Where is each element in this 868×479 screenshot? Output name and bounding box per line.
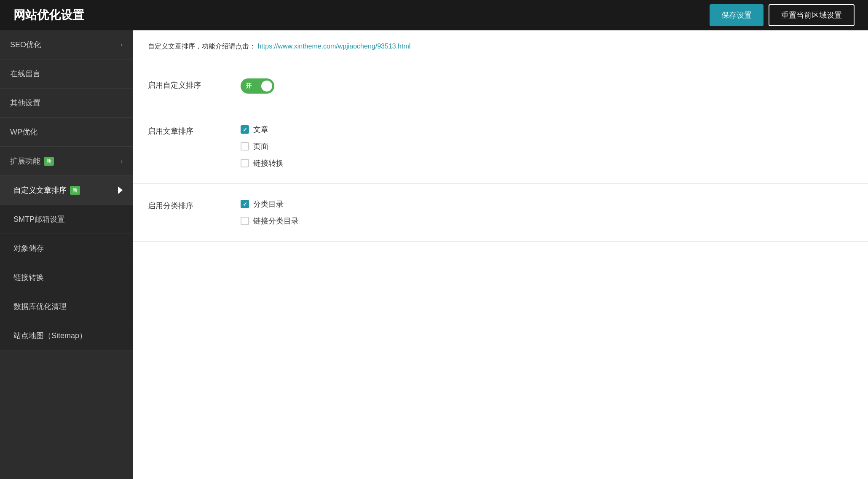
- section-content-category-sort: 分类目录链接分类目录: [241, 199, 853, 226]
- checkbox-row-link-category-dir[interactable]: 链接分类目录: [241, 216, 853, 226]
- sidebar-label-comment: 在线留言: [10, 69, 40, 79]
- sidebar-item-sitemap[interactable]: 站点地图（Sitemap）: [0, 321, 133, 350]
- section-content-article-sort: 文章页面链接转换: [241, 124, 853, 168]
- checkbox-label-article: 文章: [253, 124, 268, 135]
- layout: SEO优化›在线留言其他设置WP优化扩展功能新›自定义文章排序新SMTP邮箱设置…: [0, 30, 868, 479]
- section-article-sort: 启用文章排序文章页面链接转换: [133, 109, 868, 184]
- toggle-enable-sort[interactable]: 开: [241, 78, 274, 94]
- chevron-icon-seo: ›: [121, 41, 123, 48]
- sidebar-item-smtp[interactable]: SMTP邮箱设置: [0, 205, 133, 234]
- section-label-category-sort: 启用分类排序: [148, 199, 215, 211]
- checkbox-link-convert[interactable]: [241, 159, 249, 167]
- sidebar-label-db-clean: 数据库优化清理: [13, 301, 67, 312]
- active-indicator-custom-sort: [118, 186, 123, 194]
- checkbox-category-dir[interactable]: [241, 200, 249, 208]
- sidebar-item-other[interactable]: 其他设置: [0, 89, 133, 118]
- checkbox-label-link-category-dir: 链接分类目录: [253, 216, 299, 226]
- info-bar: 自定义文章排序，功能介绍请点击： https://www.xintheme.co…: [133, 30, 868, 63]
- section-label-enable-sort: 启用自定义排序: [148, 78, 215, 90]
- sidebar-label-smtp: SMTP邮箱设置: [13, 214, 65, 224]
- save-button[interactable]: 保存设置: [710, 4, 764, 26]
- sidebar-item-link-convert[interactable]: 链接转换: [0, 263, 133, 292]
- info-text: 自定义文章排序，功能介绍请点击：: [148, 43, 256, 50]
- reset-button[interactable]: 重置当前区域设置: [769, 4, 855, 26]
- sidebar-item-db-clean[interactable]: 数据库优化清理: [0, 292, 133, 321]
- page-title: 网站优化设置: [13, 7, 84, 23]
- sidebar-label-extend: 扩展功能: [10, 156, 40, 166]
- header: 网站优化设置 保存设置 重置当前区域设置: [0, 0, 868, 30]
- main-content: 自定义文章排序，功能介绍请点击： https://www.xintheme.co…: [133, 30, 868, 479]
- badge-new-extend: 新: [44, 157, 54, 166]
- badge-new-custom-sort: 新: [70, 186, 80, 195]
- checkbox-row-page[interactable]: 页面: [241, 141, 853, 151]
- sidebar-label-seo: SEO优化: [10, 40, 41, 50]
- sidebar-label-link-convert: 链接转换: [13, 272, 44, 283]
- checkbox-row-category-dir[interactable]: 分类目录: [241, 199, 853, 209]
- sections-container: 启用自定义排序开启用文章排序文章页面链接转换启用分类排序分类目录链接分类目录: [133, 63, 868, 242]
- info-link[interactable]: https://www.xintheme.com/wpjiaocheng/935…: [257, 43, 410, 50]
- sidebar-label-sitemap: 站点地图（Sitemap）: [13, 331, 87, 341]
- sidebar-label-other: 其他设置: [10, 98, 40, 108]
- sidebar-item-seo[interactable]: SEO优化›: [0, 30, 133, 59]
- section-content-enable-sort: 开: [241, 78, 853, 94]
- sidebar-item-wp[interactable]: WP优化: [0, 118, 133, 147]
- chevron-icon-extend: ›: [121, 158, 123, 164]
- checkbox-article[interactable]: [241, 125, 249, 134]
- checkbox-link-category-dir[interactable]: [241, 217, 249, 225]
- header-buttons: 保存设置 重置当前区域设置: [710, 4, 855, 26]
- sidebar-item-extend[interactable]: 扩展功能新›: [0, 147, 133, 176]
- sidebar-item-object-store[interactable]: 对象储存: [0, 234, 133, 263]
- checkbox-label-link-convert: 链接转换: [253, 158, 284, 168]
- sidebar-item-custom-sort[interactable]: 自定义文章排序新: [0, 176, 133, 205]
- checkbox-page[interactable]: [241, 142, 249, 151]
- checkbox-row-link-convert[interactable]: 链接转换: [241, 158, 853, 168]
- section-label-article-sort: 启用文章排序: [148, 124, 215, 136]
- section-enable-sort: 启用自定义排序开: [133, 63, 868, 109]
- toggle-label-enable-sort: 开: [246, 82, 252, 90]
- sidebar: SEO优化›在线留言其他设置WP优化扩展功能新›自定义文章排序新SMTP邮箱设置…: [0, 30, 133, 479]
- checkbox-label-page: 页面: [253, 141, 268, 151]
- checkbox-label-category-dir: 分类目录: [253, 199, 284, 209]
- toggle-knob-enable-sort: [261, 81, 272, 91]
- sidebar-item-comment[interactable]: 在线留言: [0, 59, 133, 89]
- sidebar-label-custom-sort: 自定义文章排序: [13, 185, 67, 195]
- section-category-sort: 启用分类排序分类目录链接分类目录: [133, 184, 868, 242]
- checkbox-row-article[interactable]: 文章: [241, 124, 853, 135]
- sidebar-label-object-store: 对象储存: [13, 243, 44, 253]
- sidebar-label-wp: WP优化: [10, 127, 38, 137]
